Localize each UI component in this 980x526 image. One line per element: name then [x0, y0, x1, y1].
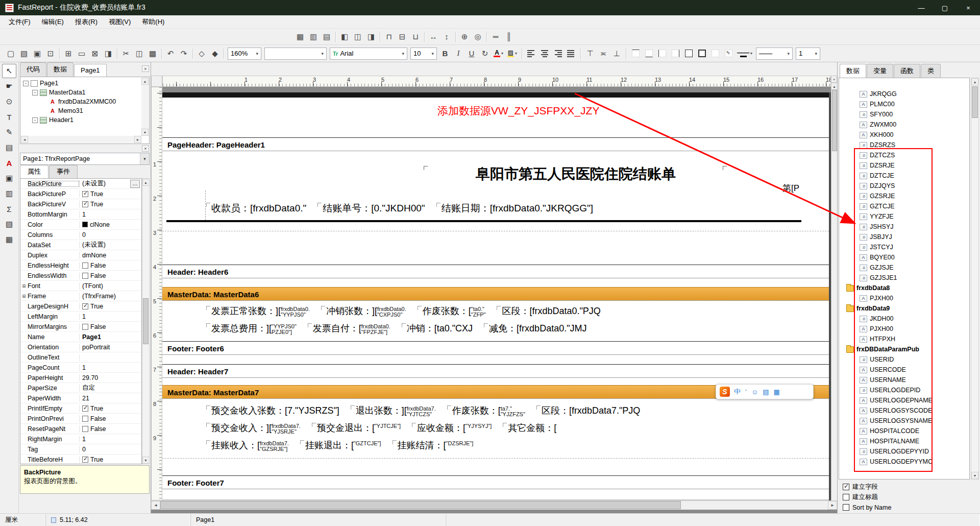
- property-row[interactable]: ⊞ ResetPageNt False …: [20, 424, 141, 434]
- report-tree-item[interactable]: A Memo31: [21, 106, 141, 115]
- scroll-up-icon[interactable]: ▲: [971, 78, 978, 85]
- separator[interactable]: [453, 30, 458, 43]
- align-center-button[interactable]: [538, 47, 551, 60]
- property-value-cell[interactable]: True …: [80, 456, 141, 463]
- close-button[interactable]: ×: [957, 0, 980, 15]
- property-row[interactable]: ⊞ Color clNone …: [20, 220, 141, 230]
- property-checkbox[interactable]: [82, 191, 88, 197]
- property-value-cell[interactable]: 21 …: [80, 395, 141, 402]
- font-color-button[interactable]: A ▾: [492, 47, 505, 60]
- scroll-up-icon[interactable]: ▲: [141, 78, 149, 85]
- separator[interactable]: [57, 47, 62, 60]
- property-checkbox[interactable]: [82, 262, 88, 269]
- property-row[interactable]: ⊞ Tag 0 …: [20, 444, 141, 455]
- property-row[interactable]: ⊞ RightMargin 1 …: [20, 434, 141, 444]
- property-row[interactable]: ⊞ Orientation poPortrait …: [20, 342, 141, 352]
- memo-field[interactable]: 发票总费用：][ "YYPJS0"PZJE0"]: [206, 322, 297, 335]
- property-row[interactable]: ⊞ BackPictureP True …: [20, 189, 141, 199]
- page-number-memo[interactable]: 第[P: [782, 182, 799, 194]
- open-report-button[interactable]: ▧: [17, 47, 31, 60]
- property-row[interactable]: ⊞ Frame (TfrxFrame) …: [20, 291, 141, 301]
- scroll-right-icon[interactable]: ►: [828, 501, 837, 510]
- band-footer6[interactable]: Footer: Footer6: [162, 341, 829, 355]
- undo-button[interactable]: ↶: [164, 47, 177, 60]
- cut-button[interactable]: ✂: [119, 47, 133, 60]
- memo-field[interactable]: 其它金额：[: [503, 422, 556, 434]
- center-horizontally-in-band-button[interactable]: ⊕: [458, 30, 471, 43]
- underline-button[interactable]: U: [465, 47, 478, 60]
- property-value-cell[interactable]: False …: [80, 415, 141, 422]
- expand-icon[interactable]: -: [32, 117, 38, 123]
- align-justify-button[interactable]: [565, 47, 578, 60]
- data-field-item[interactable]: A HTFPXH: [839, 334, 969, 344]
- property-row[interactable]: ⊞ LeftMargin 1 …: [20, 312, 141, 322]
- left-panel-tab[interactable]: 代码: [20, 62, 46, 77]
- font-size-select[interactable]: 10 ▾: [410, 47, 437, 60]
- property-value-cell[interactable]: (TfrxFrame) …: [80, 293, 141, 300]
- chart-tool[interactable]: ▧: [2, 217, 16, 231]
- page-settings-button[interactable]: ◨: [102, 47, 115, 60]
- data-field-item[interactable]: .0 YYZFJE: [839, 211, 969, 222]
- property-row[interactable]: ⊞ PrintIfEmpty True …: [20, 403, 141, 414]
- close-tree-panel-button[interactable]: ×: [142, 65, 149, 72]
- property-value-cell[interactable]: 1 …: [80, 364, 141, 371]
- property-row[interactable]: ⊞ BackPicture (未设置) …: [20, 179, 141, 189]
- property-value-cell[interactable]: True …: [80, 201, 141, 208]
- report-tree-item[interactable]: - Page1: [21, 79, 141, 88]
- data-field-item[interactable]: A JKRQGG: [839, 89, 969, 99]
- property-value-cell[interactable]: True …: [80, 405, 141, 412]
- input-method-bar[interactable]: S 中’☺▤▦: [716, 384, 814, 399]
- maximize-button[interactable]: ▢: [933, 0, 957, 15]
- expand-icon[interactable]: ⊞: [20, 294, 28, 299]
- scroll-up-icon[interactable]: ▲: [142, 179, 150, 186]
- property-row[interactable]: ⊞ BackPictureV True …: [20, 199, 141, 209]
- scrollbar-thumb[interactable]: [160, 501, 681, 509]
- scroll-down-icon[interactable]: ▼: [142, 457, 150, 464]
- align-left-edges-button[interactable]: ◧: [338, 30, 351, 43]
- picture-tool[interactable]: ▣: [2, 171, 16, 185]
- format-painter-tool[interactable]: ✎: [2, 125, 16, 139]
- band-masterdata6[interactable]: MasterData: MasterData6: [162, 287, 829, 301]
- property-checkbox[interactable]: [82, 426, 88, 432]
- memo-field[interactable]: 收款员：[frxdbData0.": [206, 202, 306, 215]
- property-row[interactable]: ⊞ DataSet (未设置) …: [20, 240, 141, 250]
- memo-field[interactable]: 挂账退出：[ "GZTCJE"]: [300, 439, 381, 451]
- data-panel-tab[interactable]: 函数: [894, 64, 920, 78]
- data-field-item[interactable]: A USERCODE: [839, 365, 969, 375]
- checkbox-icon[interactable]: [843, 504, 849, 511]
- data-field-item[interactable]: frxdbData9: [839, 303, 969, 314]
- property-checkbox[interactable]: [82, 457, 88, 463]
- data-field-item[interactable]: A HOSPITALNAME: [839, 436, 969, 446]
- align-right-edges-button[interactable]: ◨: [364, 30, 378, 43]
- menu-item[interactable]: 报表(R): [69, 16, 103, 28]
- data-field-item[interactable]: A PJXH00: [839, 293, 969, 303]
- menu-item[interactable]: 视图(V): [103, 16, 136, 28]
- property-checkbox[interactable]: [82, 201, 88, 207]
- property-checkbox[interactable]: [82, 405, 88, 412]
- data-field-item[interactable]: A USERLOGSYSCODE: [839, 405, 969, 416]
- memo-field[interactable]: 作废张数：[ "ta0.""ZFP": [418, 305, 486, 318]
- property-row[interactable]: ⊞ LargeDesignH True …: [20, 301, 141, 312]
- data-panel-scrollbar[interactable]: ▲ ▼: [971, 78, 979, 480]
- data-field-item[interactable]: .0 DZTCJE: [839, 171, 969, 181]
- close-design-view-button[interactable]: ×: [831, 76, 837, 83]
- band-header6[interactable]: Header: Header6: [162, 265, 829, 278]
- data-field-item[interactable]: .0 JSTCYJ: [839, 242, 969, 252]
- bold-button[interactable]: B: [438, 47, 452, 60]
- data-field-item[interactable]: A USERNAME: [839, 375, 969, 385]
- property-value-cell[interactable]: False …: [80, 262, 141, 269]
- memo-field[interactable]: 冲销张数：][ frxdbData0."CXPJS0": [321, 305, 406, 318]
- option-checkbox[interactable]: 建立字段: [843, 482, 891, 492]
- frame-left-button[interactable]: [655, 47, 669, 60]
- property-value-cell[interactable]: 0 …: [80, 446, 141, 453]
- same-height-button[interactable]: ║: [502, 30, 516, 43]
- property-row[interactable]: ⊞ PaperWidth 21 …: [20, 393, 141, 403]
- sum-tool[interactable]: Σ: [2, 202, 16, 216]
- data-field-item[interactable]: .0 USERID: [839, 354, 969, 365]
- italic-button[interactable]: I: [452, 47, 465, 60]
- redo-button[interactable]: ↷: [177, 47, 190, 60]
- report-title-memo[interactable]: 阜阳市第五人民医院住院结账单: [431, 164, 720, 184]
- property-value-cell[interactable]: True …: [80, 190, 141, 198]
- option-checkbox[interactable]: Sort by Name: [843, 503, 891, 512]
- property-value-cell[interactable]: (TFont) …: [80, 282, 141, 290]
